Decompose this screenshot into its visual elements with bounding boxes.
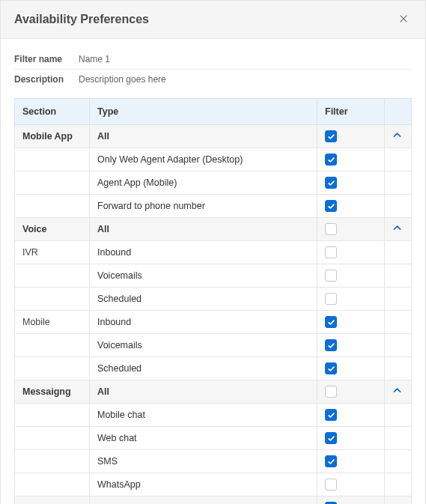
section-expand-cell [385, 497, 412, 505]
section-name: Messaigng [15, 380, 90, 404]
filter-cell [317, 148, 385, 171]
section-expand-cell [385, 125, 412, 148]
filter-checkbox[interactable] [325, 246, 337, 258]
section-all-label: All [90, 125, 317, 148]
section-expand-cell [385, 218, 412, 241]
sub-section-label [15, 288, 90, 311]
type-label: WhatsApp [90, 473, 317, 497]
empty-cell [385, 288, 412, 311]
filter-checkbox[interactable] [325, 270, 337, 282]
filter-cell [317, 427, 385, 450]
type-label: Voicemails [90, 334, 317, 357]
section-name: Transfers [15, 497, 90, 505]
preferences-table-wrap: Section Type Filter Mobile AppAllOnly We… [1, 95, 425, 504]
type-label: Web chat [90, 427, 317, 450]
sub-section-label: IVR [15, 241, 90, 264]
empty-cell [385, 241, 412, 264]
empty-cell [385, 357, 412, 380]
filter-cell [317, 450, 385, 473]
filter-checkbox[interactable] [325, 432, 337, 444]
section-all-label: All [90, 497, 317, 505]
filter-cell [317, 357, 385, 380]
empty-cell [385, 311, 412, 334]
filter-checkbox[interactable] [325, 293, 337, 305]
filter-checkbox[interactable] [325, 223, 337, 235]
table-row: Forward to phone number [15, 195, 412, 218]
empty-cell [385, 334, 412, 357]
table-row: Scheduled [15, 357, 412, 380]
filter-checkbox[interactable] [325, 316, 337, 328]
type-label: Scheduled [90, 357, 317, 380]
chevron-up-icon[interactable] [392, 130, 402, 140]
filter-name-value: Name 1 [79, 54, 110, 64]
type-label: Scheduled [90, 288, 317, 311]
chevron-up-icon[interactable] [392, 386, 402, 395]
sub-section-label [15, 171, 90, 195]
filter-checkbox[interactable] [325, 177, 337, 189]
filter-checkbox[interactable] [325, 339, 337, 351]
section-expand-cell [385, 380, 412, 404]
empty-cell [385, 171, 412, 195]
sub-section-label [15, 473, 90, 497]
table-row: Mobile chat [15, 404, 412, 427]
preferences-table: Section Type Filter Mobile AppAllOnly We… [14, 98, 412, 504]
sub-section-label [15, 357, 90, 380]
type-label: Forward to phone number [90, 195, 317, 218]
filter-cell [317, 195, 385, 218]
chevron-up-icon[interactable] [392, 223, 402, 233]
table-row: MobileInbound [15, 311, 412, 334]
sub-section-label [15, 404, 90, 427]
filter-cell [317, 334, 385, 357]
type-label: Only Web Agent Adapter (Desktop) [90, 148, 317, 171]
table-row: Voicemails [15, 264, 412, 288]
filter-checkbox[interactable] [325, 362, 337, 374]
empty-cell [385, 450, 412, 473]
table-header-row: Section Type Filter [15, 99, 412, 125]
sub-section-label [15, 148, 90, 171]
sub-section-label [15, 427, 90, 450]
type-label: Voicemails [90, 264, 317, 288]
filter-cell [317, 311, 385, 334]
dialog-title: Availability Preferences [14, 13, 149, 26]
section-filter-cell [317, 218, 385, 241]
empty-cell [385, 148, 412, 171]
section-name: Voice [15, 218, 90, 241]
filter-name-label: Filter name [14, 54, 79, 64]
col-expand [385, 99, 412, 125]
section-filter-cell [317, 380, 385, 404]
filter-checkbox[interactable] [325, 455, 337, 467]
sub-section-label [15, 450, 90, 473]
type-label: Agent App (Mobile) [90, 171, 317, 195]
table-row: Web chat [15, 427, 412, 450]
filter-checkbox[interactable] [325, 154, 337, 166]
filter-checkbox[interactable] [325, 130, 337, 142]
col-type: Type [90, 99, 317, 125]
filter-checkbox[interactable] [325, 409, 337, 421]
table-row: WhatsApp [15, 473, 412, 497]
description-row: Description Description goes here [14, 70, 412, 89]
table-row: Agent App (Mobile) [15, 171, 412, 195]
filter-cell [317, 264, 385, 288]
filter-checkbox[interactable] [325, 479, 337, 491]
table-row: Only Web Agent Adapter (Desktop) [15, 148, 412, 171]
type-label: Inbound [90, 311, 317, 334]
availability-preferences-dialog: Availability Preferences Filter name Nam… [0, 0, 426, 504]
type-label: Inbound [90, 241, 317, 264]
filter-cell [317, 288, 385, 311]
section-row: MessaigngAll [15, 380, 412, 404]
col-filter: Filter [317, 99, 385, 125]
filter-name-row: Filter name Name 1 [14, 49, 412, 70]
meta-section: Filter name Name 1 Description Descripti… [1, 39, 425, 95]
section-all-label: All [90, 380, 317, 404]
description-label: Description [14, 74, 79, 85]
section-all-label: All [90, 218, 317, 241]
empty-cell [385, 427, 412, 450]
section-filter-cell [317, 497, 385, 505]
close-icon[interactable] [395, 11, 412, 28]
filter-cell [317, 473, 385, 497]
sub-section-label [15, 334, 90, 357]
filter-checkbox[interactable] [325, 200, 337, 212]
sub-section-label [15, 264, 90, 288]
table-row: IVRInbound [15, 241, 412, 264]
filter-checkbox[interactable] [325, 386, 337, 398]
